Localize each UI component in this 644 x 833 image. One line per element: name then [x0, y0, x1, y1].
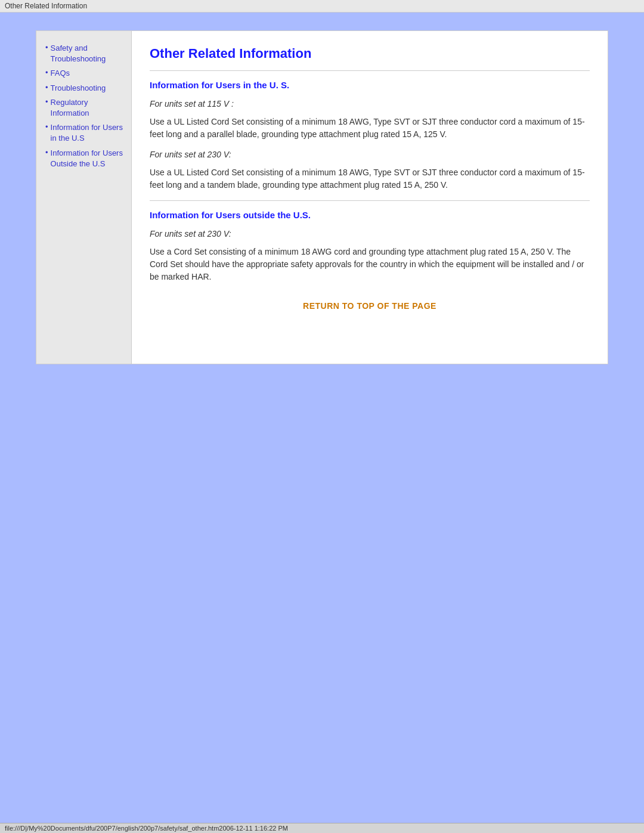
status-bar: file:///D|/My%20Documents/dfu/200P7/engl…: [0, 823, 644, 833]
outside-units-230-text: Use a Cord Set consisting of a minimum 1…: [150, 246, 590, 283]
sidebar-link-users-us[interactable]: Information for Users in the U.S: [51, 122, 125, 144]
return-to-top-link[interactable]: RETURN TO TOP OF THE PAGE: [303, 301, 436, 311]
divider-middle: [150, 200, 590, 201]
bullet-icon: •: [45, 97, 48, 119]
title-bar: Other Related Information: [0, 0, 644, 13]
bullet-icon: •: [45, 148, 48, 169]
sidebar-link-faqs[interactable]: FAQs: [51, 68, 70, 79]
bullet-icon: •: [45, 122, 48, 144]
bullet-icon: •: [45, 83, 48, 94]
units-115-label: For units set at 115 V :: [150, 99, 590, 109]
sidebar-link-regulatory[interactable]: Regulatory Information: [51, 97, 125, 119]
section-us: Information for Users in the U. S. For u…: [150, 80, 590, 191]
sidebar-item-troubleshooting: • Troubleshooting: [45, 83, 125, 94]
main-content: Other Related Information Information fo…: [132, 31, 608, 364]
outside-units-230-label: For units set at 230 V:: [150, 229, 590, 239]
return-link-container: RETURN TO TOP OF THE PAGE: [150, 301, 590, 311]
status-bar-text: file:///D|/My%20Documents/dfu/200P7/engl…: [5, 825, 288, 832]
divider-top: [150, 70, 590, 71]
browser-area: • Safety and Troubleshooting • FAQs • Tr…: [0, 13, 644, 829]
page-container: • Safety and Troubleshooting • FAQs • Tr…: [36, 30, 608, 364]
section-us-title: Information for Users in the U. S.: [150, 80, 590, 90]
units-230-text: Use a UL Listed Cord Set consisting of a…: [150, 166, 590, 191]
sidebar-item-safety: • Safety and Troubleshooting: [45, 43, 125, 64]
units-230-label: For units set at 230 V:: [150, 150, 590, 159]
units-115-text: Use a UL Listed Cord Set consisting of a…: [150, 116, 590, 141]
sidebar-link-troubleshooting[interactable]: Troubleshooting: [51, 83, 106, 94]
sidebar-link-safety[interactable]: Safety and Troubleshooting: [51, 43, 125, 64]
section-outside-title: Information for Users outside the U.S.: [150, 210, 590, 220]
title-bar-text: Other Related Information: [5, 2, 87, 10]
sidebar-item-faqs: • FAQs: [45, 68, 125, 79]
bullet-icon: •: [45, 68, 48, 79]
page-title: Other Related Information: [150, 46, 590, 61]
sidebar: • Safety and Troubleshooting • FAQs • Tr…: [36, 31, 132, 364]
sidebar-nav: • Safety and Troubleshooting • FAQs • Tr…: [45, 43, 125, 169]
bullet-icon: •: [45, 43, 48, 64]
sidebar-item-users-us: • Information for Users in the U.S: [45, 122, 125, 144]
sidebar-item-regulatory: • Regulatory Information: [45, 97, 125, 119]
sidebar-link-users-outside[interactable]: Information for Users Outside the U.S: [51, 148, 125, 169]
section-outside-us: Information for Users outside the U.S. F…: [150, 210, 590, 283]
sidebar-item-users-outside: • Information for Users Outside the U.S: [45, 148, 125, 169]
